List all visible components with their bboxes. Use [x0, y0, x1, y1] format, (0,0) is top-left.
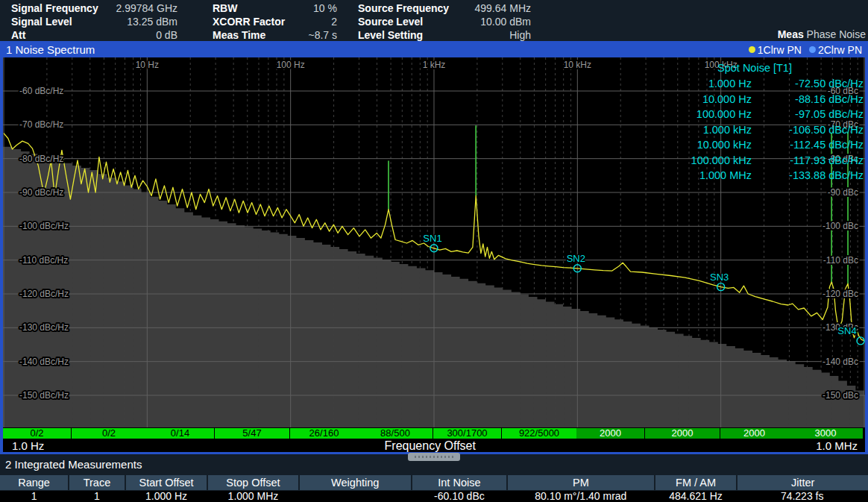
x-axis-tick-label: 1 kHz	[423, 60, 446, 70]
x-axis-tick-label: 100 Hz	[277, 60, 305, 70]
trace-legend: 1Clrw PN2Clrw PN	[749, 42, 862, 57]
segment-status-10: 2000	[645, 428, 720, 439]
trace-legend-item-2[interactable]: 2Clrw PN	[809, 44, 862, 56]
spot-noise-title: Spot Noise [T1]	[646, 60, 864, 76]
column-header-jitter: Jitter	[738, 475, 868, 490]
cell-pm: 80.10 m°/1.40 mrad	[508, 491, 654, 502]
cell-stop-offset: 1.000 MHz	[208, 491, 298, 502]
header-field-signal-level[interactable]: Signal Level13.25 dBm	[11, 15, 177, 28]
cell-int-noise: -60.10 dBc	[412, 491, 506, 502]
header-col-signal: Signal Frequency2.99784 GHzSignal Level1…	[11, 1, 177, 42]
trace2-dot-icon	[809, 46, 816, 53]
window2-title: 2 Integrated Measurements	[5, 458, 142, 471]
segment-status-3: 0/14	[146, 428, 214, 439]
header-field-xcorr-factor[interactable]: XCORR Factor2	[213, 15, 337, 28]
spot-noise-frequency: 1.000 MHz	[646, 168, 752, 183]
y-axis-label-right: -100 dBc	[823, 221, 858, 231]
trace1-dot-icon	[749, 46, 755, 53]
y-axis-label-right: -90 dBc	[828, 187, 858, 198]
spot-noise-row: 10.000 kHz-112.45 dBc/Hz	[646, 137, 864, 153]
spot-noise-value: -112.45 dBc/Hz	[752, 137, 864, 153]
spot-noise-frequency: 100.000 Hz	[646, 107, 752, 122]
x-axis-title: Frequency Offset	[44, 439, 816, 453]
y-axis-label-left: -150 dBc/Hz	[19, 390, 69, 401]
splitter-grip-icon	[415, 456, 453, 458]
header-field-value: 13.25 dBm	[127, 15, 177, 28]
integrated-measurements-header-row: RangeTraceStart OffsetStop OffsetWeighti…	[0, 475, 868, 490]
trace-legend-item-1[interactable]: 1Clrw PN	[749, 44, 802, 56]
marker-sn1[interactable]: SN1	[423, 233, 441, 252]
y-axis-label-right: -110 dBc	[823, 255, 858, 266]
spot-noise-row: 10.000 Hz-88.16 dBc/Hz	[646, 92, 864, 107]
segment-status-2: 0/2	[72, 428, 146, 439]
marker-label: SN4	[837, 325, 856, 336]
meas-mode-field[interactable]: Meas Phase Noise	[778, 28, 866, 41]
header-field-label: RBW	[213, 1, 237, 15]
spot-noise-value: -72.50 dBc/Hz	[752, 76, 864, 92]
header-field-rbw[interactable]: RBW10 %	[213, 1, 337, 15]
cell-start-offset: 1.000 Hz	[126, 491, 207, 502]
column-header-trace: Trace	[69, 475, 125, 490]
header-field-signal-frequency[interactable]: Signal Frequency2.99784 GHz	[11, 1, 177, 15]
column-header-weighting: Weighting	[300, 475, 411, 490]
segment-status-1: 0/2	[3, 428, 71, 439]
x-axis-start-label: 1.0 Hz	[3, 439, 44, 452]
y-axis-label-right: -150 dBc	[823, 390, 858, 401]
instrument-screen: Signal Frequency2.99784 GHzSignal Level1…	[0, 0, 868, 502]
trace-legend-label: 2Clrw PN	[818, 44, 862, 56]
marker-label: SN3	[710, 272, 729, 283]
spot-noise-row: 1.000 Hz-72.50 dBc/Hz	[646, 76, 864, 92]
x-axis-tick-label: 10 Hz	[136, 60, 159, 70]
header-field-meas-time[interactable]: Meas Time~8.7 s	[213, 28, 337, 42]
header-field-source-frequency[interactable]: Source Frequency499.64 MHz	[358, 1, 531, 15]
cell-trace: 1	[69, 491, 125, 502]
header-field-level-setting[interactable]: Level SettingHigh	[358, 28, 531, 42]
spot-noise-value: -97.05 dBc/Hz	[752, 107, 864, 122]
segment-status-11: 2000	[720, 428, 788, 439]
window2: 2 Integrated Measurements RangeTraceStar…	[0, 454, 868, 502]
window-splitter-handle[interactable]	[408, 453, 460, 461]
spot-noise-row: 1.000 kHz-106.50 dBc/Hz	[646, 122, 864, 138]
column-header-range: Range	[0, 475, 68, 490]
y-axis-label-left: -80 dBc/Hz	[19, 154, 63, 164]
segment-status-4: 5/47	[215, 428, 289, 439]
window1-title: 1 Noise Spectrum	[6, 42, 95, 57]
header-field-value: ~8.7 s	[308, 28, 337, 42]
spot-noise-frequency: 10.000 kHz	[646, 137, 752, 153]
spot-noise-row: 100.000 Hz-97.05 dBc/Hz	[646, 107, 864, 122]
y-axis-label-left: -110 dBc/Hz	[19, 255, 68, 266]
y-axis-label-left: -100 dBc/Hz	[19, 221, 69, 231]
column-header-pm: PM	[508, 475, 654, 490]
y-axis-label-left: -60 dBc/Hz	[19, 86, 63, 96]
column-header-stop-offset: Stop Offset	[208, 475, 298, 490]
spot-noise-value: -117.93 dBc/Hz	[752, 153, 864, 169]
spot-noise-value: -133.88 dBc/Hz	[752, 168, 864, 183]
spot-noise-table: Spot Noise [T1] 1.000 Hz-72.50 dBc/Hz10.…	[646, 60, 864, 183]
spot-noise-frequency: 10.000 Hz	[646, 92, 752, 107]
header-field-source-level[interactable]: Source Level10.00 dBm	[358, 15, 531, 28]
header-field-label: Source Frequency	[358, 1, 449, 15]
header-field-label: Signal Frequency	[11, 1, 98, 15]
y-axis-label-left: -130 dBc/Hz	[19, 322, 69, 333]
header-field-att[interactable]: Att0 dB	[11, 28, 177, 42]
cell-weighting	[300, 491, 411, 502]
marker-label: SN2	[567, 253, 585, 264]
meas-value: Phase Noise	[807, 28, 866, 40]
column-header-int-noise: Int Noise	[412, 475, 506, 490]
segment-status-9: 2000	[576, 428, 644, 439]
y-axis-label-left: -120 dBc/Hz	[19, 289, 69, 299]
spot-noise-value: -88.16 dBc/Hz	[752, 92, 864, 107]
header-col-acquisition: RBW10 %XCORR Factor2Meas Time~8.7 s	[213, 1, 337, 42]
segment-status-7: 300/1700	[433, 428, 501, 439]
window1-titlebar[interactable]: 1 Noise Spectrum 1Clrw PN2Clrw PN	[0, 41, 868, 57]
y-axis-label-left: -70 dBc/Hz	[19, 119, 63, 130]
header-field-label: XCORR Factor	[213, 15, 285, 28]
window1-border-right	[865, 57, 868, 454]
x-axis-bar: 1.0 Hz Frequency Offset 1.0 MHz	[3, 439, 865, 452]
y-axis-label-right: -140 dBc	[823, 357, 858, 367]
cell-fm-am: 484.621 Hz	[655, 491, 737, 502]
marker-label: SN1	[423, 233, 441, 244]
header-field-value: 10 %	[313, 1, 337, 15]
x-axis-tick-label: 10 kHz	[564, 60, 591, 70]
integrated-measurements-data-row[interactable]: 111.000 Hz1.000 MHz-60.10 dBc80.10 m°/1.…	[0, 491, 868, 502]
